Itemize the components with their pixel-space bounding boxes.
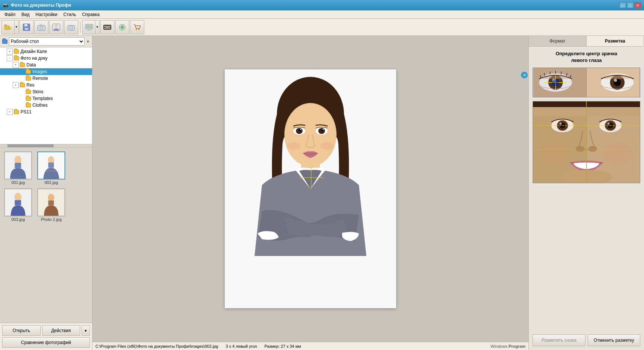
status-size: Размер: 27 х 34 мм	[264, 344, 301, 349]
svg-point-56	[287, 142, 300, 150]
tree-view: + Дизайн Кале − Фото на доку + Data	[0, 47, 92, 144]
menu-settings[interactable]: Настройки	[32, 11, 60, 18]
tree-node-remote[interactable]: Remote	[0, 75, 92, 82]
menu-style[interactable]: Стиль	[60, 11, 79, 18]
expander-disain[interactable]: +	[7, 49, 13, 54]
monitor-arrow[interactable]: ▼	[95, 20, 100, 34]
thumb-svg-003	[5, 189, 31, 216]
thumb-row-1: 001.jpg 002.jpg	[3, 150, 89, 186]
right-panel-title: Определите центр зрачкалевого глаза	[533, 50, 640, 64]
thumb-svg-001	[5, 152, 31, 179]
app-title: Фото на документы Профи	[11, 3, 71, 8]
svg-point-11	[55, 24, 58, 27]
thumb-item-001[interactable]: 001.jpg	[3, 150, 33, 186]
camera2-button[interactable]	[64, 20, 78, 34]
status-format: 3 x 4 левый угол	[225, 344, 257, 349]
person-button[interactable]	[49, 20, 63, 34]
eye-image-container[interactable]	[533, 68, 640, 97]
toolbar: ▼	[0, 19, 644, 36]
svg-point-92	[588, 146, 597, 152]
film-button[interactable]	[100, 20, 114, 34]
tree-node-res[interactable]: + Res	[0, 82, 92, 88]
actions-arrow[interactable]: ▼	[82, 325, 90, 336]
svg-point-9	[41, 27, 42, 29]
camera2-icon	[67, 23, 75, 31]
btn-row-2: Сравнение фотографий	[2, 337, 90, 348]
thumb-img-003	[4, 188, 32, 216]
svg-point-94	[603, 142, 632, 164]
open-btn[interactable]: Открыть	[2, 325, 41, 336]
menu-file[interactable]: Файл	[1, 11, 19, 18]
photo-container	[225, 69, 396, 308]
cart-icon	[133, 23, 141, 31]
close-button[interactable]: ✕	[634, 2, 641, 8]
svg-rect-77	[555, 81, 557, 84]
compare-btn[interactable]: Сравнение фотографий	[2, 337, 90, 348]
camera-button[interactable]	[34, 20, 48, 34]
svg-rect-34	[15, 163, 21, 168]
open-arrow[interactable]: ▼	[14, 20, 19, 34]
eye-image	[533, 68, 640, 97]
reset-markup-button[interactable]: Разметить снова	[533, 334, 585, 346]
expander-ps11[interactable]: +	[7, 109, 13, 115]
edit-button[interactable]	[115, 20, 129, 34]
monitor-button[interactable]	[82, 20, 95, 34]
maximize-button[interactable]: □	[627, 2, 634, 8]
tree-scrollbar[interactable]	[0, 144, 92, 147]
cart-button[interactable]	[130, 20, 144, 34]
expander-res[interactable]: +	[13, 82, 19, 88]
minimize-button[interactable]: —	[619, 2, 626, 8]
open-button[interactable]	[1, 20, 14, 34]
save-button[interactable]	[19, 20, 34, 34]
title-bar: 📷 Фото на документы Профи — □ ✕	[0, 0, 644, 10]
tree-node-clothes[interactable]: Clothes	[0, 102, 92, 109]
svg-point-39	[15, 193, 22, 201]
svg-point-90	[607, 123, 610, 125]
thumb-img-002	[37, 151, 65, 179]
actions-btn[interactable]: Действия	[42, 325, 80, 336]
svg-point-57	[321, 142, 334, 150]
svg-rect-100	[587, 102, 587, 183]
thumb-item-002[interactable]: 002.jpg	[36, 150, 66, 186]
btn-row-1: Открыть Действия ▼	[2, 325, 90, 336]
edit-icon	[118, 23, 126, 31]
tree-node-images[interactable]: Images	[0, 68, 92, 75]
title-bar-controls: — □ ✕	[619, 2, 641, 8]
svg-point-31	[139, 29, 140, 30]
expander-data[interactable]: +	[13, 62, 19, 68]
tree-node-skins[interactable]: Skins	[0, 88, 92, 95]
svg-point-55	[323, 129, 324, 130]
folder-select[interactable]: Рабочий стол	[9, 37, 85, 46]
menu-help[interactable]: Справка	[79, 11, 102, 18]
svg-point-15	[70, 26, 72, 28]
thumb-item-003[interactable]: 003.jpg	[3, 187, 33, 223]
cancel-markup-button[interactable]: Отменить разметку	[588, 334, 641, 346]
thumb-label-002: 002.jpg	[44, 180, 58, 185]
thumb-item-photo2[interactable]: Photo 2.jpg	[36, 187, 66, 223]
face-image-container[interactable]	[533, 101, 640, 183]
tree-node-ps11[interactable]: + PS11	[0, 109, 92, 115]
right-tabs: Формат Разметка	[529, 36, 644, 47]
monitor-button-group: ▼	[82, 20, 100, 34]
tree-node-foto[interactable]: − Фото на доку	[0, 55, 92, 62]
tree-node-templates[interactable]: Templates	[0, 95, 92, 102]
scroll-thumb	[7, 144, 54, 147]
expander-foto[interactable]: −	[7, 55, 13, 61]
bottom-buttons: Открыть Действия ▼ Сравнение фотографий	[0, 323, 92, 350]
thumb-row-2: 003.jpg Photo 2.jpg	[3, 187, 89, 223]
svg-rect-10	[40, 25, 42, 26]
menu-view[interactable]: Вид	[19, 11, 33, 18]
windows-program-label: Windows-Program	[490, 344, 525, 349]
tree-node-disain[interactable]: + Дизайн Кале	[0, 48, 92, 55]
folder-dropdown: Рабочий стол ▼	[0, 36, 92, 47]
tab-razmetka[interactable]: Разметка	[587, 36, 644, 46]
open-icon	[4, 23, 12, 31]
svg-rect-23	[104, 28, 105, 29]
svg-rect-26	[106, 26, 109, 29]
right-panel-close-button[interactable]: ✕	[521, 72, 528, 78]
tab-format[interactable]: Формат	[529, 36, 587, 46]
svg-point-93	[540, 142, 570, 164]
svg-rect-37	[48, 162, 54, 168]
left-panel: Рабочий стол ▼ + Дизайн Кале − Фото на д…	[0, 36, 92, 350]
tree-node-data[interactable]: + Data	[0, 62, 92, 68]
